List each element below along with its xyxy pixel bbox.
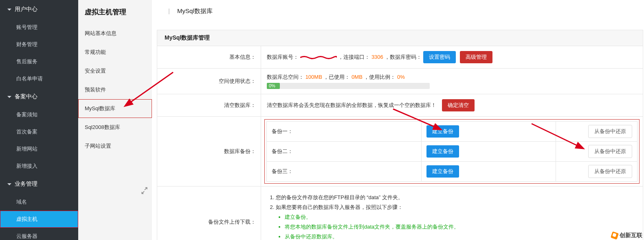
advanced-manage-button[interactable]: 高级管理 (460, 51, 492, 63)
usage-ratio-value: 0% (397, 74, 405, 80)
used-space-value: 0MB (352, 74, 363, 80)
breadcrumb: |MySql数据库 (157, 0, 644, 21)
used-space-label: ，已使用： (323, 74, 350, 80)
row-basic-info: 基本信息： 数据库账号： ，连接端口： 3306 ，数据库密码： 设置密码 高级… (157, 46, 643, 69)
mysql-panel: MySql数据库管理 基本信息： 数据库账号： ，连接端口： 3306 ，数据库… (157, 30, 643, 240)
nav-group-label: 备案中心 (15, 93, 37, 100)
sidebar-item-whitelist-apply[interactable]: 白名单申请 (0, 70, 78, 87)
submenu-item-mysql[interactable]: MySql数据库 (78, 99, 152, 118)
sidebar-item-finance-mgmt[interactable]: 财务管理 (0, 36, 78, 53)
clear-db-warning: 清空数据库将会丢失您现在数据库的全部数据，恢复成一个空的数据库！ (267, 102, 436, 108)
sidebar-item-cloud-server[interactable]: 云服务器 (0, 228, 78, 240)
submenu-item-security[interactable]: 安全设置 (78, 62, 152, 80)
set-password-button[interactable]: 设置密码 (423, 51, 456, 63)
sidebar-item-after-sales[interactable]: 售后服务 (0, 53, 78, 70)
backup-table-wrap: 备份一： 建立备份 从备份中还原 备份二： 建立备份 从备份中还原 备份三： 建… (264, 119, 640, 184)
submenu: 虚拟主机管理 网站基本信息 常规功能 安全设置 预装软件 MySql数据库 Sq… (78, 0, 152, 240)
usage-ratio-label: ，使用比例： (364, 74, 396, 80)
main-content: |MySql数据库 MySql数据库管理 基本信息： 数据库账号： ，连接端口：… (157, 0, 644, 240)
submenu-item-general[interactable]: 常规功能 (78, 43, 152, 62)
row-db-backup: 数据库备份： 备份一： 建立备份 从备份中还原 备份二： 建立备份 从备份中还原 (157, 117, 643, 187)
create-backup-button-3[interactable]: 建立备份 (426, 165, 459, 178)
progress-text: 0% (269, 83, 275, 89)
restore-backup-button-1[interactable]: 从备份中还原 (588, 125, 632, 138)
sidebar-item-virtual-host[interactable]: 虚拟主机 (0, 211, 78, 228)
brand-name: 创新互联 (620, 232, 642, 239)
submenu-item-site-basic[interactable]: 网站基本信息 (78, 24, 152, 43)
sidebar-item-new-access[interactable]: 新增接入 (0, 158, 78, 175)
submenu-item-sql2008[interactable]: Sql2008数据库 (78, 118, 152, 137)
backup-table: 备份一： 建立备份 从备份中还原 备份二： 建立备份 从备份中还原 备份三： 建… (266, 121, 637, 182)
row-clear-db: 清空数据库： 清空数据库将会丢失您现在数据库的全部数据，恢复成一个空的数据库！ … (157, 94, 643, 117)
panel-title: MySql数据库管理 (157, 30, 643, 46)
usage-progress: 0% (267, 83, 430, 89)
submenu-item-preinstall[interactable]: 预装软件 (78, 80, 152, 99)
nav-group-label: 业务管理 (15, 180, 37, 188)
nav-group-label: 用户中心 (15, 6, 37, 13)
instructions-list: 您的备份文件存放在您的FTP根目录的 “data” 文件夹。 如果您要将自己的数… (267, 194, 637, 240)
row-usage: 空间使用状态： 数据库总空间： 100MB ，已使用： 0MB ，使用比例： 0… (157, 69, 643, 94)
table-row: 备份二： 建立备份 从备份中还原 (267, 142, 637, 162)
row-backup-download: 备份文件上传下载： 您的备份文件存放在您的FTP根目录的 “data” 文件夹。… (157, 187, 643, 240)
table-row: 备份一： 建立备份 从备份中还原 (267, 122, 637, 142)
row-label: 备份文件上传下载： (157, 187, 261, 240)
row-label: 空间使用状态： (157, 69, 261, 94)
backup-name: 备份二： (267, 142, 422, 162)
row-label: 数据库备份： (157, 117, 261, 186)
row-label: 基本信息： (157, 46, 261, 68)
db-port-label: ，连接端口： (338, 54, 370, 60)
create-backup-button-1[interactable]: 建立备份 (426, 125, 459, 138)
backup-name: 备份一： (267, 122, 422, 142)
confirm-clear-button[interactable]: 确定清空 (442, 99, 475, 111)
row-label: 清空数据库： (157, 94, 261, 116)
sidebar-item-first-beian[interactable]: 首次备案 (0, 123, 78, 140)
nav-group-user-center[interactable]: 用户中心 (0, 0, 78, 19)
total-space-label: 数据库总空间： (267, 74, 304, 80)
nav-group-business-mgmt[interactable]: 业务管理 (0, 175, 78, 193)
sidebar-item-beian-notice[interactable]: 备案须知 (0, 106, 78, 123)
submenu-item-subsite[interactable]: 子网站设置 (78, 137, 152, 156)
redacted-account (300, 56, 337, 60)
brand-logo-icon (611, 231, 619, 240)
sidebar-item-account-mgmt[interactable]: 账号管理 (0, 19, 78, 36)
total-space-value: 100MB (306, 74, 322, 80)
submenu-title: 虚拟主机管理 (78, 0, 152, 24)
db-pwd-label: ，数据库密码： (385, 54, 422, 60)
page-title: MySql数据库 (177, 7, 213, 14)
collapse-toggle-icon[interactable] (141, 187, 149, 195)
create-backup-button-2[interactable]: 建立备份 (426, 145, 459, 158)
table-row: 备份三： 建立备份 从备份中还原 (267, 162, 637, 182)
restore-backup-button-3[interactable]: 从备份中还原 (588, 165, 632, 178)
sidebar-item-domain[interactable]: 域名 (0, 193, 78, 211)
restore-backup-button-2[interactable]: 从备份中还原 (588, 145, 632, 158)
backup-name: 备份三： (267, 162, 422, 182)
db-account-label: 数据库账号： (267, 54, 299, 60)
sidebar-nav: 用户中心 账号管理 财务管理 售后服务 白名单申请 备案中心 备案须知 首次备案… (0, 0, 78, 240)
brand-watermark: 创新互联 (611, 232, 642, 239)
db-port-value: 3306 (371, 54, 383, 60)
sidebar-item-new-site[interactable]: 新增网站 (0, 140, 78, 158)
nav-group-beian-center[interactable]: 备案中心 (0, 87, 78, 106)
